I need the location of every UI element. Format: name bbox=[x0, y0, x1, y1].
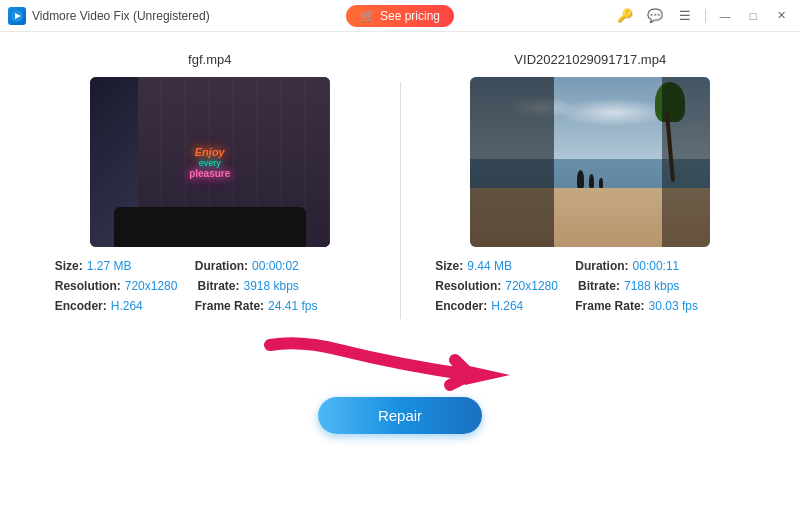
right-bitrate-label: Bitrate: bbox=[578, 279, 620, 293]
panel-divider bbox=[400, 82, 401, 319]
neon-line1: Enjoy bbox=[189, 146, 230, 158]
right-info-row-2: Resolution: 720x1280 Bitrate: 7188 kbps bbox=[435, 279, 745, 293]
right-bitrate: Bitrate: 7188 kbps bbox=[578, 279, 698, 293]
info-row-1: Size: 1.27 MB Duration: 00:00:02 bbox=[55, 259, 365, 273]
right-filename: VID20221029091717.mp4 bbox=[514, 52, 666, 67]
left-size: Size: 1.27 MB bbox=[55, 259, 175, 273]
person2 bbox=[589, 174, 594, 188]
chat-icon[interactable]: 💬 bbox=[643, 4, 667, 28]
left-video-thumbnail: Enjoy every pleasure bbox=[90, 77, 330, 247]
cart-icon: 🛒 bbox=[360, 9, 375, 23]
left-size-value: 1.27 MB bbox=[87, 259, 132, 273]
right-encoder: Encoder: H.264 bbox=[435, 299, 555, 313]
sofa-silhouette bbox=[114, 207, 306, 247]
right-info-row-3: Encoder: H.264 Frame Rate: 30.03 fps bbox=[435, 299, 745, 313]
right-encoder-value: H.264 bbox=[491, 299, 523, 313]
neon-line3: pleasure bbox=[189, 168, 230, 179]
left-encoder: Encoder: H.264 bbox=[55, 299, 175, 313]
titlebar-divider bbox=[705, 9, 706, 23]
maximize-button[interactable]: □ bbox=[742, 5, 764, 27]
right-duration-value: 00:00:11 bbox=[633, 259, 680, 273]
left-resolution-label: Resolution: bbox=[55, 279, 121, 293]
app-title: Vidmore Video Fix (Unregistered) bbox=[32, 9, 210, 23]
left-bitrate: Bitrate: 3918 kbps bbox=[197, 279, 317, 293]
titlebar: Vidmore Video Fix (Unregistered) 🛒 See p… bbox=[0, 0, 800, 32]
dark-overlay-right bbox=[662, 77, 710, 247]
person1 bbox=[577, 170, 584, 188]
dark-overlay-left bbox=[470, 77, 554, 247]
pricing-button[interactable]: 🛒 See pricing bbox=[346, 5, 454, 27]
left-framerate: Frame Rate: 24.41 fps bbox=[195, 299, 318, 313]
right-encoder-label: Encoder: bbox=[435, 299, 487, 313]
menu-icon[interactable]: ☰ bbox=[673, 4, 697, 28]
pricing-label: See pricing bbox=[380, 9, 440, 23]
svg-marker-2 bbox=[465, 365, 510, 385]
right-video-panel: VID20221029091717.mp4 bbox=[411, 52, 771, 319]
right-resolution: Resolution: 720x1280 bbox=[435, 279, 558, 293]
video-panels: fgf.mp4 Enjoy every pleasure bbox=[30, 52, 770, 319]
left-resolution: Resolution: 720x1280 bbox=[55, 279, 178, 293]
right-duration: Duration: 00:00:11 bbox=[575, 259, 695, 273]
close-button[interactable]: ✕ bbox=[770, 5, 792, 27]
app-logo: Vidmore Video Fix (Unregistered) bbox=[8, 7, 210, 25]
info-row-2: Resolution: 720x1280 Bitrate: 3918 kbps bbox=[55, 279, 365, 293]
neon-text-overlay: Enjoy every pleasure bbox=[189, 146, 230, 179]
right-framerate: Frame Rate: 30.03 fps bbox=[575, 299, 698, 313]
left-resolution-value: 720x1280 bbox=[125, 279, 178, 293]
left-bitrate-value: 3918 kbps bbox=[243, 279, 298, 293]
right-video-info: Size: 9.44 MB Duration: 00:00:11 Resolut… bbox=[430, 247, 750, 319]
left-framerate-value: 24.41 fps bbox=[268, 299, 317, 313]
right-resolution-value: 720x1280 bbox=[505, 279, 558, 293]
left-duration-value: 00:00:02 bbox=[252, 259, 299, 273]
left-duration-label: Duration: bbox=[195, 259, 248, 273]
right-bitrate-value: 7188 kbps bbox=[624, 279, 679, 293]
left-bitrate-label: Bitrate: bbox=[197, 279, 239, 293]
right-framerate-value: 30.03 fps bbox=[649, 299, 698, 313]
left-size-label: Size: bbox=[55, 259, 83, 273]
window-controls: 🔑 💬 ☰ — □ ✕ bbox=[613, 4, 792, 28]
left-framerate-label: Frame Rate: bbox=[195, 299, 264, 313]
people-silhouette bbox=[577, 170, 603, 188]
left-encoder-label: Encoder: bbox=[55, 299, 107, 313]
key-icon[interactable]: 🔑 bbox=[613, 4, 637, 28]
right-size: Size: 9.44 MB bbox=[435, 259, 555, 273]
repair-arrow bbox=[240, 330, 560, 395]
main-content: fgf.mp4 Enjoy every pleasure bbox=[0, 32, 800, 444]
right-info-row-1: Size: 9.44 MB Duration: 00:00:11 bbox=[435, 259, 745, 273]
neon-line2: every bbox=[189, 158, 230, 168]
beach-scene bbox=[470, 77, 710, 247]
right-video-thumbnail bbox=[470, 77, 710, 247]
minimize-button[interactable]: — bbox=[714, 5, 736, 27]
left-video-panel: fgf.mp4 Enjoy every pleasure bbox=[30, 52, 390, 319]
logo-icon bbox=[8, 7, 26, 25]
left-video-info: Size: 1.27 MB Duration: 00:00:02 Resolut… bbox=[50, 247, 370, 319]
right-size-label: Size: bbox=[435, 259, 463, 273]
repair-button[interactable]: Repair bbox=[318, 397, 482, 434]
left-duration: Duration: 00:00:02 bbox=[195, 259, 315, 273]
right-framerate-label: Frame Rate: bbox=[575, 299, 644, 313]
right-size-value: 9.44 MB bbox=[467, 259, 512, 273]
right-duration-label: Duration: bbox=[575, 259, 628, 273]
repair-section: Repair bbox=[30, 327, 770, 434]
left-filename: fgf.mp4 bbox=[188, 52, 231, 67]
info-row-3: Encoder: H.264 Frame Rate: 24.41 fps bbox=[55, 299, 365, 313]
right-resolution-label: Resolution: bbox=[435, 279, 501, 293]
left-encoder-value: H.264 bbox=[111, 299, 143, 313]
person3 bbox=[599, 178, 603, 188]
